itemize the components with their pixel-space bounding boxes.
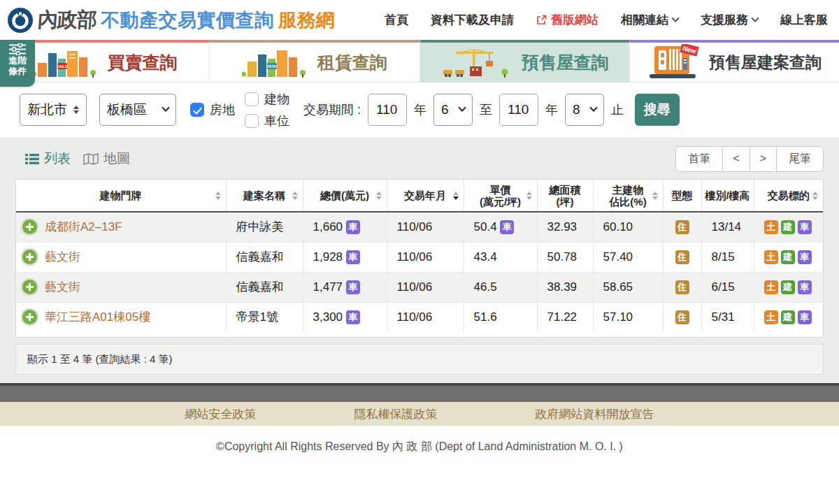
land-badge: 土 bbox=[764, 280, 778, 294]
pagination-first-button[interactable]: 首筆 bbox=[675, 146, 723, 172]
advanced-filter-button[interactable]: 進階 條件 bbox=[0, 40, 35, 87]
year-suffix: 年 bbox=[414, 101, 426, 118]
crane-illustration-icon bbox=[440, 45, 513, 79]
chevron-down-icon bbox=[589, 104, 597, 112]
building-badge: 建 bbox=[781, 280, 795, 294]
city-select[interactable]: 新北市 bbox=[20, 94, 87, 126]
project-cell: 信義嘉和 bbox=[226, 272, 303, 302]
tab-presale-project-query[interactable]: New 預售屋建案查詢 bbox=[630, 40, 839, 82]
col-header-total-area[interactable]: 總面積 (坪) bbox=[537, 180, 593, 212]
end-month-select[interactable]: 8 bbox=[565, 94, 604, 126]
search-button[interactable]: 搜尋 bbox=[635, 94, 680, 126]
nav-related-links[interactable]: 相關連結 bbox=[621, 12, 678, 28]
project-cell: 信義嘉和 bbox=[226, 242, 303, 272]
checkbox-house-land[interactable]: 房地 bbox=[190, 101, 235, 118]
sort-icon bbox=[376, 192, 382, 200]
city-rent-illustration-icon: RENT bbox=[242, 46, 309, 78]
nav-home[interactable]: 首頁 bbox=[385, 12, 408, 28]
map-view-toggle[interactable]: 地圖 bbox=[83, 150, 130, 168]
car-badge: 車 bbox=[798, 220, 812, 234]
district-select[interactable]: 板橋區 bbox=[99, 94, 176, 126]
nav-online-service[interactable]: 線上客服 bbox=[780, 12, 828, 28]
table-header-row: 建物門牌 建案名稱 總價(萬元) 交易年月 單價 (萬元/坪) 總面積 (坪) … bbox=[16, 180, 823, 212]
unit-price-cell: 43.4 bbox=[464, 242, 537, 272]
col-header-address[interactable]: 建物門牌 bbox=[16, 180, 226, 212]
footer-link-security-policy[interactable]: 網站安全政策 bbox=[185, 406, 257, 422]
trade-target-cell: 土建車 bbox=[754, 272, 823, 302]
external-link-icon bbox=[536, 15, 547, 25]
table-row: 藝文街 信義嘉和 1,477 車 110/06 46.5 38.39 58.65… bbox=[16, 272, 823, 302]
address-link[interactable]: 成都街A2–13F bbox=[45, 220, 122, 233]
agency-name: 內政部 bbox=[37, 6, 98, 34]
table-row: 華江三路A01棟05樓 帝景1號 3,300 車 110/06 51.6 71.… bbox=[16, 302, 823, 332]
pagination-last-button[interactable]: 尾筆 bbox=[776, 146, 824, 172]
col-header-project[interactable]: 建案名稱 bbox=[226, 180, 303, 212]
address-link[interactable]: 藝文街 bbox=[45, 280, 80, 294]
expand-row-icon[interactable] bbox=[22, 280, 37, 294]
col-header-type[interactable]: 型態 bbox=[663, 180, 701, 212]
checkbox-building[interactable]: 建物 bbox=[245, 91, 289, 108]
residential-badge: 住 bbox=[675, 250, 689, 264]
start-month-select[interactable]: 6 bbox=[433, 94, 473, 126]
nav-support[interactable]: 支援服務 bbox=[701, 12, 758, 28]
address-link[interactable]: 華江三路A01棟05樓 bbox=[45, 310, 150, 324]
land-badge: 土 bbox=[764, 250, 778, 264]
checkbox-parking[interactable]: 車位 bbox=[245, 113, 289, 129]
sort-icon bbox=[652, 192, 658, 200]
moi-emblem-icon bbox=[7, 7, 34, 34]
pagination-prev-button[interactable]: < bbox=[722, 146, 750, 172]
site-logo[interactable]: 內政部 不動產交易實價查詢 服務網 bbox=[7, 6, 335, 34]
type-cell: 住 bbox=[663, 212, 701, 242]
type-cell: 住 bbox=[663, 242, 701, 272]
tab-presale-query[interactable]: 預售屋查詢 bbox=[420, 40, 630, 82]
col-header-main-ratio[interactable]: 主建物 佔比(%) bbox=[593, 180, 663, 212]
col-header-total-price[interactable]: 總價(萬元) bbox=[303, 180, 387, 212]
start-year-input[interactable] bbox=[368, 94, 407, 126]
svg-text:RENT: RENT bbox=[266, 64, 278, 69]
to-label: 至 bbox=[480, 101, 492, 118]
sort-icon bbox=[526, 192, 532, 200]
sort-desc-icon bbox=[453, 192, 459, 200]
period-label: 交易期間 : bbox=[303, 101, 361, 118]
top-header: 內政部 不動產交易實價查詢 服務網 首頁 資料下載及申請 舊版網站 相關連結 支… bbox=[0, 0, 839, 40]
site-title-main: 不動產交易實價查詢 bbox=[101, 8, 274, 33]
residential-badge: 住 bbox=[675, 310, 689, 324]
copyright-area: ©Copyright All Rights Reserved By 內 政 部 … bbox=[0, 426, 839, 504]
ratio-cell: 58.65 bbox=[593, 272, 663, 302]
results-toolbar: 列表 地圖 首筆 < > 尾筆 bbox=[15, 145, 824, 172]
sort-icon bbox=[292, 192, 298, 200]
col-header-trade-month[interactable]: 交易年月 bbox=[387, 180, 464, 212]
year-suffix: 年 bbox=[545, 101, 558, 118]
site-title-suffix: 服務網 bbox=[278, 8, 335, 33]
end-year-input[interactable] bbox=[499, 94, 538, 126]
expand-row-icon[interactable] bbox=[22, 310, 37, 324]
area-cell: 38.39 bbox=[537, 272, 593, 302]
trade-month-cell: 110/06 bbox=[387, 302, 464, 332]
address-link[interactable]: 藝文街 bbox=[45, 250, 80, 264]
svg-text:SALE: SALE bbox=[57, 64, 68, 69]
col-header-floor[interactable]: 樓別/樓高 bbox=[701, 180, 754, 212]
car-badge: 車 bbox=[798, 250, 812, 264]
col-header-trade-target[interactable]: 交易標的 bbox=[754, 180, 823, 212]
nav-old-site[interactable]: 舊版網站 bbox=[536, 12, 598, 28]
car-badge: 車 bbox=[346, 280, 360, 294]
tab-label: 租賃查詢 bbox=[317, 51, 387, 74]
list-view-toggle[interactable]: 列表 bbox=[25, 150, 71, 168]
map-icon bbox=[83, 153, 99, 165]
unit-price-cell: 50.4 車 bbox=[464, 212, 537, 242]
col-header-unit-price[interactable]: 單價 (萬元/坪) bbox=[464, 180, 537, 212]
footer-link-open-data[interactable]: 政府網站資料開放宣告 bbox=[536, 406, 654, 422]
checkbox-unchecked-icon bbox=[245, 92, 259, 106]
expand-row-icon[interactable] bbox=[22, 250, 37, 264]
expand-row-icon[interactable] bbox=[22, 219, 37, 234]
tab-rental-query[interactable]: RENT 租賃查詢 bbox=[210, 40, 420, 82]
nav-downloads[interactable]: 資料下載及申請 bbox=[431, 12, 514, 28]
trade-target-cell: 土建車 bbox=[754, 302, 823, 332]
tab-label: 買賣查詢 bbox=[108, 51, 178, 74]
footer-link-privacy-policy[interactable]: 隱私權保護政策 bbox=[354, 406, 438, 422]
laptop-new-illustration-icon: New bbox=[647, 44, 701, 80]
tab-label: 預售屋查詢 bbox=[522, 51, 609, 74]
address-cell: 成都街A2–13F bbox=[16, 212, 226, 242]
project-cell: 府中詠美 bbox=[226, 212, 303, 242]
pagination-next-button[interactable]: > bbox=[750, 146, 777, 172]
